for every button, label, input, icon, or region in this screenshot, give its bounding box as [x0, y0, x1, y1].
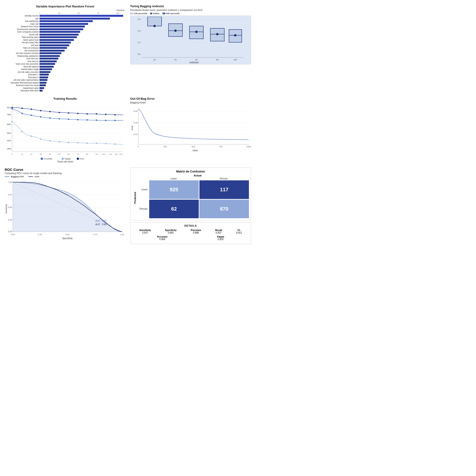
vimp-row: Daily rate: [5, 23, 125, 25]
vimp-bar-wrap: [39, 26, 125, 27]
tuning-title: Tuning Bagging nodesize: [130, 5, 251, 8]
svg-text:0.20: 0.20: [133, 110, 137, 112]
vimp-row: Job role research scientist: [5, 52, 125, 54]
tuning-bagging-panel: Tuning Bagging nodesize Resultados final…: [128, 2, 253, 95]
vimp-bar-label: Years at company: [5, 47, 39, 49]
svg-text:0: 0: [137, 146, 139, 148]
svg-text:65: 65: [68, 153, 70, 155]
legend-10th: 10th percentile: [130, 12, 147, 15]
vimp-bar-fill: [39, 76, 48, 78]
svg-text:80: 80: [216, 59, 219, 61]
confusion-matrix-panel: Matriz de Confusion Actual Predicted Lea…: [128, 165, 253, 246]
vimp-bar-fill: [39, 34, 79, 35]
roc-title: ROC Curve: [5, 168, 125, 171]
vimp-bar-label: Job role research scientist: [5, 52, 39, 54]
svg-point-57: [31, 109, 32, 110]
roc-svm-line: [28, 176, 33, 177]
vimp-bar-label: Over time yes: [5, 57, 39, 60]
svg-text:AUC : 0.82: AUC : 0.82: [95, 223, 107, 226]
svg-text:AUC : 0.81: AUC : 0.81: [95, 220, 107, 222]
vimp-bar-wrap: [39, 18, 125, 19]
svg-text:500: 500: [191, 146, 195, 148]
vimp-row: Hourly rate: [5, 34, 125, 36]
vimp-row: Job role sales executive: [5, 71, 125, 73]
svg-point-80: [21, 131, 23, 132]
svg-text:0.7: 0.7: [137, 41, 141, 44]
svg-text:0.25: 0.25: [8, 219, 12, 221]
vimp-row: Marital status single: [5, 68, 125, 70]
vimp-bar-fill: [39, 74, 49, 76]
vimp-row: Monthly income: [5, 15, 125, 17]
tuning-subtitle: Resultados finales bucle, parametro node…: [130, 9, 251, 11]
svg-point-90: [114, 143, 116, 145]
svg-point-70: [40, 116, 41, 118]
svg-point-71: [49, 117, 51, 119]
tuning-legend: 10th percentile Median 90th percentile: [130, 12, 251, 15]
details-kappa: Kappa 0.819: [217, 236, 224, 240]
svg-text:1.00: 1.00: [120, 233, 124, 236]
roc-svg: Sensitivity 1.00 0.75 0.50 0.25 0.00: [5, 179, 125, 241]
vimp-row: Over time yes: [5, 57, 125, 60]
svg-text:25: 25: [31, 153, 33, 155]
vimp-bar-label: Education field other: [5, 89, 39, 92]
svg-text:1.00: 1.00: [8, 181, 12, 183]
vimp-bar-wrap: [39, 23, 125, 25]
svg-point-64: [96, 113, 97, 115]
svg-point-83: [49, 140, 51, 142]
vimp-bar-label: Daily rate: [5, 23, 39, 25]
details-accuracy: Accuracy 0.909: [157, 236, 168, 240]
vimp-bar-label: Education 1: [5, 73, 39, 76]
vimp-bar-fill: [39, 31, 80, 33]
vimp-bar-fill: [39, 68, 52, 70]
training-svg: 91% 79% 66% 54% 42% 29%: [5, 102, 125, 160]
vimp-bar-label: Job role sales executive: [5, 71, 39, 73]
svg-text:45: 45: [49, 153, 51, 155]
vimp-bar-label: Percent salary hike: [5, 41, 39, 44]
svg-point-73: [68, 119, 69, 120]
cm-fp-cell: 117: [199, 180, 249, 199]
svg-text:0.16: 0.16: [133, 121, 137, 124]
svg-point-68: [21, 113, 23, 114]
vimp-bar-fill: [39, 82, 47, 84]
svg-text:0.8: 0.8: [137, 30, 141, 32]
vimp-bar-fill: [39, 36, 77, 38]
vimp-row: Environment satisfaction: [5, 28, 125, 31]
vimp-bar-label: Marital status single: [5, 68, 39, 70]
svg-text:100: 100: [233, 59, 237, 61]
vimp-row: Job involvement: [5, 50, 125, 52]
vimp-bar-wrap: [39, 79, 125, 81]
vimp-bar-fill: [39, 47, 67, 49]
vimp-bar-fill: [39, 26, 85, 27]
svg-text:100: 100: [116, 12, 119, 14]
svg-text:79%: 79%: [7, 113, 11, 116]
vimp-row: Job satisfaction: [5, 20, 125, 22]
svg-point-82: [40, 138, 41, 140]
svg-point-86: [77, 142, 79, 143]
vimp-bar-label: Business travel non travel: [5, 84, 39, 86]
cm-main-grid: Predicted Leave Remain Leave 925: [132, 177, 249, 218]
vimp-bar-wrap: [39, 28, 125, 30]
svg-text:Sensitivity: Sensitivity: [5, 204, 7, 214]
svg-point-84: [59, 141, 60, 142]
svg-text:0.00: 0.00: [11, 233, 15, 236]
vimp-bar-fill: [39, 50, 65, 51]
tuning-chart-area: 0.9 0.8 0.7 0.6: [130, 16, 251, 64]
tuning-svg: 0.9 0.8 0.7 0.6: [131, 17, 250, 63]
vimp-bar-label: Education field technical degree: [5, 82, 39, 84]
svg-point-89: [105, 143, 106, 144]
vimp-bar-label: Over time no: [5, 60, 39, 63]
vimp-bar-fill: [39, 66, 54, 68]
cm-inner: Leave Remain Leave 925 117: [137, 177, 249, 218]
oob-subtitle: Bagging model: [130, 101, 251, 104]
training-results-panel: Training Results 91% 79% 66% 54% 42% 29%: [2, 95, 128, 165]
cm-remain-col-label: Remain: [199, 177, 249, 180]
svg-point-69: [31, 115, 32, 116]
vimp-axis-top: 0 25 50 75 100: [39, 11, 125, 15]
vimp-bar-wrap: [39, 36, 125, 38]
vimp-bar-wrap: [39, 42, 125, 43]
vimp-bar-wrap: [39, 55, 125, 57]
svg-text:50: 50: [78, 12, 80, 14]
vimp-bar-fill: [39, 39, 74, 41]
confusion-container: Matriz de Confusion Actual Predicted Lea…: [130, 168, 251, 220]
svg-text:75: 75: [97, 12, 99, 14]
